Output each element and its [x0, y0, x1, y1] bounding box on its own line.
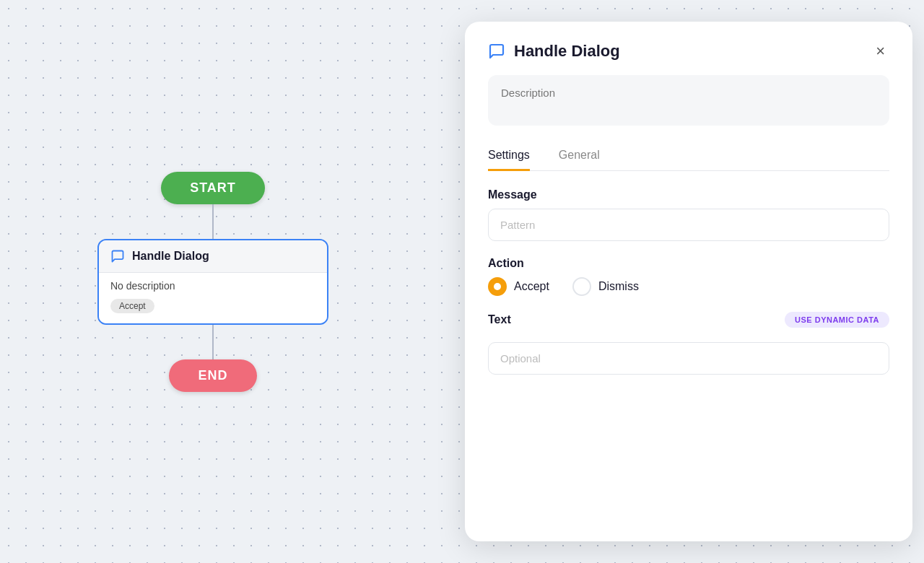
tab-settings[interactable]: Settings	[488, 141, 530, 171]
panel-title-group: Handle Dialog	[488, 42, 620, 61]
message-input[interactable]	[488, 209, 889, 241]
dialog-node-desc: No description	[110, 280, 315, 292]
message-label: Message	[488, 188, 889, 201]
start-node[interactable]: START	[161, 172, 265, 204]
action-dismiss-option[interactable]: Dismiss	[572, 277, 639, 296]
dialog-node[interactable]: Handle Dialog No description Accept	[97, 239, 328, 325]
action-label: Action	[488, 257, 889, 270]
flow-diagram: START Handle Dialog No description Accep…	[0, 0, 426, 563]
text-input[interactable]	[488, 342, 889, 375]
action-radio-group: Accept Dismiss	[488, 277, 889, 296]
text-label: Text	[488, 313, 511, 326]
action-accept-option[interactable]: Accept	[488, 277, 549, 296]
panel-close-button[interactable]: ×	[871, 42, 889, 61]
connector-start-dialog	[212, 204, 214, 239]
dialog-node-icon	[110, 249, 125, 263]
handle-dialog-panel: Handle Dialog × Settings General Message…	[465, 22, 912, 541]
action-dismiss-label: Dismiss	[598, 280, 639, 293]
action-dismiss-radio[interactable]	[572, 277, 591, 296]
dialog-node-title: Handle Dialog	[132, 250, 209, 263]
use-dynamic-data-button[interactable]: USE DYNAMIC DATA	[785, 312, 889, 328]
connector-dialog-end	[212, 325, 214, 359]
panel-title-icon	[488, 43, 505, 60]
action-accept-radio[interactable]	[488, 277, 507, 296]
panel-title: Handle Dialog	[514, 42, 620, 61]
end-node[interactable]: END	[169, 359, 256, 392]
dialog-node-badge: Accept	[110, 299, 154, 313]
action-accept-label: Accept	[514, 280, 549, 293]
action-section: Action Accept Dismiss	[488, 257, 889, 296]
message-section: Message	[488, 188, 889, 241]
description-field[interactable]	[488, 75, 889, 126]
panel-tabs: Settings General	[488, 141, 889, 171]
panel-header: Handle Dialog ×	[488, 42, 889, 61]
text-section: Text USE DYNAMIC DATA	[488, 312, 889, 375]
text-label-row: Text USE DYNAMIC DATA	[488, 312, 889, 328]
tab-general[interactable]: General	[559, 141, 600, 171]
